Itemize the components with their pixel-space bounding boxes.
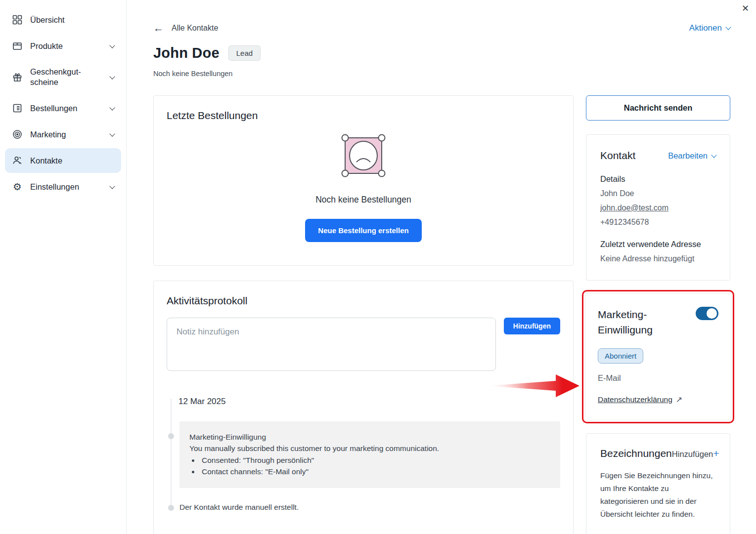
send-message-button[interactable]: Nachricht senden [586,95,730,121]
close-icon[interactable]: ✕ [740,2,751,15]
labels-title: Bezeichnungen [600,448,672,459]
order-list-icon [12,103,23,114]
add-note-button[interactable]: Hinzufügen [504,318,560,334]
sidebar-item-label: Kontakte [30,156,62,166]
dashboard-grid-icon [12,14,23,25]
event-description: You manually subscribed this customer to… [189,443,550,454]
sidebar-item-kontakte[interactable]: Kontakte [5,148,121,173]
edit-label: Bearbeiten [668,151,708,161]
event-bullet: Contact channels: "E-Mail only" [200,466,550,477]
chevron-down-icon [109,74,115,79]
orders-subtitle: Noch keine Bestellungen [153,70,730,78]
chevron-down-icon [109,105,115,110]
empty-orders-illustration-icon [341,132,386,179]
back-arrow-icon[interactable]: ← [153,23,164,33]
main-area: ✕ ← Alle Kontakte Aktionen John Doe Lead… [127,0,756,534]
page-title: John Doe [153,45,220,61]
timeline-event: Marketing-Einwilligung You manually subs… [179,421,560,488]
add-label-link[interactable]: Hinzufügen [672,450,713,459]
sidebar-item-label: Einstellungen [30,182,79,192]
sidebar-item-einstellungen[interactable]: ⚙ Einstellungen [5,174,121,199]
sidebar: Übersicht Produkte Geschenkgut-scheine [0,0,127,534]
contact-name: John Doe [600,189,716,198]
create-order-button[interactable]: Neue Bestellung erstellen [305,219,421,242]
contacts-person-icon [12,155,23,166]
activity-timeline: 12 Mar 2025 Marketing-Einwilligung You m… [167,397,560,512]
labels-description: Fügen Sie Bezeichnungen hinzu, um Ihre K… [600,469,716,521]
breadcrumb[interactable]: Alle Kontakte [172,24,218,33]
marketing-consent-toggle[interactable] [696,307,718,320]
plus-icon[interactable]: + [713,448,719,458]
chevron-down-icon [109,42,115,48]
address-empty-text: Keine Adresse hinzugefügt [600,254,716,263]
marketing-consent-title: Marketing-Einwilligung [598,307,682,337]
activity-log-title: Aktivitätsprotokoll [167,295,560,307]
labels-card: Bezeichnungen Hinzufügen + Fügen Sie Bez… [586,433,730,534]
sidebar-item-label: Marketing [30,129,66,140]
gear-icon: ⚙ [12,181,23,192]
sidebar-item-label: Geschenkgut-scheine [30,67,93,87]
sidebar-item-uebersicht[interactable]: Übersicht [5,7,121,32]
contact-email-link[interactable]: john.doe@test.com [600,204,716,212]
marketing-consent-card: Marketing-Einwilligung Abonniert E-Mail … [585,293,731,420]
activity-log-card: Aktivitätsprotokoll Hinzufügen 12 Mar 20… [153,281,574,534]
toggle-knob [707,308,717,319]
contact-card-title: Kontakt [600,150,635,162]
sidebar-item-marketing[interactable]: Marketing [5,122,121,147]
actions-label: Aktionen [689,23,722,33]
event-title: Marketing-Einwilligung [189,431,550,443]
subscribed-badge: Abonniert [598,348,643,364]
sidebar-item-produkte[interactable]: Produkte [5,34,121,58]
page-header: ← Alle Kontakte Aktionen [153,23,730,33]
details-heading: Details [600,174,716,184]
external-link-icon: ↗ [676,395,682,404]
target-icon [12,129,23,140]
timeline-dot [168,433,174,439]
timeline-dot [168,505,174,511]
chevron-down-icon [725,24,731,30]
sidebar-item-label: Bestellungen [30,103,77,114]
sidebar-item-bestellungen[interactable]: Bestellungen [5,96,121,121]
sidebar-item-geschenkgutscheine[interactable]: Geschenkgut-scheine [5,60,121,94]
event-bullet: Consented: "Through persönlich" [200,454,550,466]
last-orders-title: Letzte Bestellungen [167,110,560,122]
chevron-down-icon [109,183,115,189]
actions-dropdown[interactable]: Aktionen [689,23,730,33]
contact-card: Kontakt Bearbeiten Details John Doe john… [586,134,730,281]
timeline-footer: Der Kontakt wurde manuell erstellt. [179,503,560,512]
last-orders-card: Letzte Bestellungen Noch keine Bestellun… [153,95,574,266]
gift-icon [12,72,23,82]
privacy-policy-link[interactable]: Datenschutzerklärung [598,395,672,404]
chevron-down-icon [109,131,115,136]
empty-orders-text: Noch keine Bestellungen [315,195,411,205]
annotation-highlight-box: Marketing-Einwilligung Abonniert E-Mail … [582,290,734,423]
sidebar-item-label: Produkte [30,41,63,51]
timeline-line [171,399,172,508]
sidebar-item-label: Übersicht [30,15,65,25]
status-badge: Lead [228,45,261,61]
timeline-date: 12 Mar 2025 [178,397,560,407]
chevron-down-icon [711,152,716,158]
note-input[interactable] [167,318,496,371]
contact-phone: +4912345678 [600,218,716,227]
consent-channel: E-Mail [598,373,718,383]
product-box-icon [12,41,23,51]
address-heading: Zuletzt verwendete Adresse [600,240,716,249]
edit-contact-dropdown[interactable]: Bearbeiten [668,151,716,161]
